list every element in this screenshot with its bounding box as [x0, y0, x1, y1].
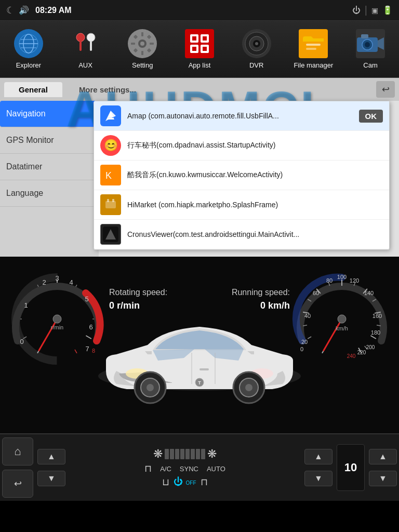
amap-icon	[100, 105, 121, 126]
fan-controls-row: ⊓ A/C SYNC AUTO	[144, 463, 225, 474]
power-icon: ⏻	[352, 6, 361, 15]
temp-down-button[interactable]: ▼	[369, 471, 397, 486]
left-fan-down-button[interactable]: ▼	[37, 471, 65, 486]
filemanager-icon	[299, 29, 328, 58]
svg-text:T: T	[198, 380, 201, 385]
applist-icon	[185, 29, 214, 58]
fan-bars	[165, 449, 205, 459]
svg-marker-40	[378, 37, 384, 50]
xingchemi-icon: 😊	[100, 135, 121, 156]
sim-icon: ▣	[371, 6, 378, 15]
svg-line-90	[370, 336, 376, 339]
fan-bottom-icons: ⊔ ⏻ OFF ⊓	[162, 476, 207, 488]
app-aux[interactable]: AUX	[62, 29, 109, 69]
svg-point-6	[87, 33, 95, 42]
app-cam[interactable]: Cam	[347, 29, 394, 69]
aux-label: AUX	[78, 61, 92, 69]
fan-bar-3	[175, 449, 179, 459]
app-dvr[interactable]: DVR	[233, 29, 280, 69]
svg-text:60: 60	[313, 290, 319, 296]
svg-text:3: 3	[55, 274, 59, 282]
app-bar: Explorer AUX	[0, 21, 399, 78]
right-fan-up-button[interactable]: ▲	[304, 449, 332, 464]
svg-rect-15	[150, 43, 154, 45]
svg-point-94	[338, 315, 346, 323]
fan-left-icon: ❋	[153, 447, 163, 461]
svg-text:200: 200	[366, 344, 375, 350]
sidebar-item-navigation[interactable]: Navigation	[0, 101, 99, 127]
svg-text:km/h: km/h	[336, 325, 348, 331]
app-explorer[interactable]: Explorer	[5, 29, 52, 69]
left-fan-updn: ▲ ▼	[37, 449, 65, 486]
temp-up-button[interactable]: ▲	[369, 449, 397, 464]
tab-more-settings[interactable]: More settings...	[64, 82, 151, 97]
svg-text:0: 0	[20, 338, 23, 345]
explorer-label: Explorer	[16, 61, 41, 69]
back-nav-button[interactable]: ↩	[2, 470, 33, 498]
kuwo-text: 酷我音乐(cn.kuwo.kwmusiccar.WelcomeActivity)	[127, 170, 383, 180]
tab-general[interactable]: General	[4, 82, 62, 97]
svg-rect-120	[200, 368, 209, 370]
status-time: 08:29 AM	[35, 6, 72, 15]
moon-icon: ☾	[6, 5, 15, 16]
dvr-label: DVR	[249, 61, 263, 69]
filemanager-label: File manager	[294, 61, 333, 69]
svg-point-114	[147, 384, 154, 391]
settings-panel: General More settings... ↩ Navigation GP…	[0, 78, 399, 257]
kuwo-icon: K	[100, 165, 121, 185]
vent-icon-2: ⊓	[201, 476, 208, 488]
fan-right-icon: ❋	[207, 447, 217, 461]
svg-text:180: 180	[371, 329, 380, 336]
sidebar-item-datatimer[interactable]: Datatimer	[0, 154, 99, 180]
divider-line: |	[365, 4, 367, 16]
svg-text:240: 240	[347, 353, 356, 359]
svg-rect-12	[141, 32, 143, 36]
temp-display: 10	[337, 444, 365, 491]
nav-section: ⌂ ↩	[2, 437, 33, 498]
power-off-icon: ⏻ OFF	[174, 476, 196, 488]
svg-rect-7	[79, 41, 82, 51]
app-applist[interactable]: App list	[176, 29, 223, 69]
home-button[interactable]: ⌂	[2, 437, 33, 466]
tab-bar: General More settings... ↩	[0, 78, 399, 101]
svg-text:7: 7	[85, 345, 89, 353]
car-svg: T	[90, 293, 309, 407]
himarket-icon	[100, 194, 121, 215]
svg-rect-8	[90, 41, 92, 51]
xingchemi-text: 行车秘书(com.dpadnavi.assist.StartupActivity…	[127, 141, 383, 150]
left-fan-up-button[interactable]: ▲	[37, 449, 65, 464]
svg-text:2: 2	[42, 278, 46, 286]
auto-label: AUTO	[207, 465, 225, 473]
dropdown-item-cronusviewer[interactable]: CronusViewer(com.test.androidsettingui.M…	[94, 220, 389, 249]
svg-point-38	[365, 42, 370, 47]
svg-text:160: 160	[373, 313, 382, 319]
svg-rect-26	[203, 36, 207, 41]
battery-icon: 🔋	[382, 5, 393, 15]
cam-label: Cam	[363, 61, 377, 69]
dropdown-item-kuwo[interactable]: K 酷我音乐(cn.kuwo.kwmusiccar.WelcomeActivit…	[94, 161, 389, 190]
svg-rect-28	[203, 47, 207, 51]
cronusviewer-icon	[100, 224, 121, 245]
fan-bar-1	[165, 449, 169, 459]
settings-content: Navigation GPS Monitor Datatimer Languag…	[0, 101, 399, 257]
dropdown-item-amap[interactable]: Amap (com.autonavi.auto.remote.fill.UsbF…	[94, 101, 389, 131]
dvr-icon	[242, 29, 271, 58]
dropdown-item-himarket[interactable]: HiMarket (com.hiapk.marketpho.SplashFram…	[94, 190, 389, 220]
right-fan-down-button[interactable]: ▼	[304, 471, 332, 486]
svg-rect-35	[306, 48, 316, 50]
app-setting[interactable]: Setting	[119, 29, 166, 69]
setting-label: Setting	[132, 61, 153, 69]
svg-rect-14	[131, 43, 135, 45]
sidebar-item-gps-monitor[interactable]: GPS Monitor	[0, 127, 99, 154]
sidebar-item-language[interactable]: Language	[0, 180, 99, 207]
fan-bar-6	[191, 449, 195, 459]
status-left: ☾ 🔊 08:29 AM	[6, 5, 72, 16]
app-filemanager[interactable]: File manager	[290, 29, 337, 69]
back-button[interactable]: ↩	[376, 81, 395, 98]
dropdown-item-xingchemi[interactable]: 😊 行车秘书(com.dpadnavi.assist.StartupActivi…	[94, 131, 389, 161]
volume-icon: 🔊	[19, 5, 29, 15]
fan-bar-7	[196, 449, 200, 459]
svg-point-66	[53, 315, 61, 323]
svg-text:220: 220	[357, 350, 366, 355]
sync-label: SYNC	[180, 465, 198, 473]
